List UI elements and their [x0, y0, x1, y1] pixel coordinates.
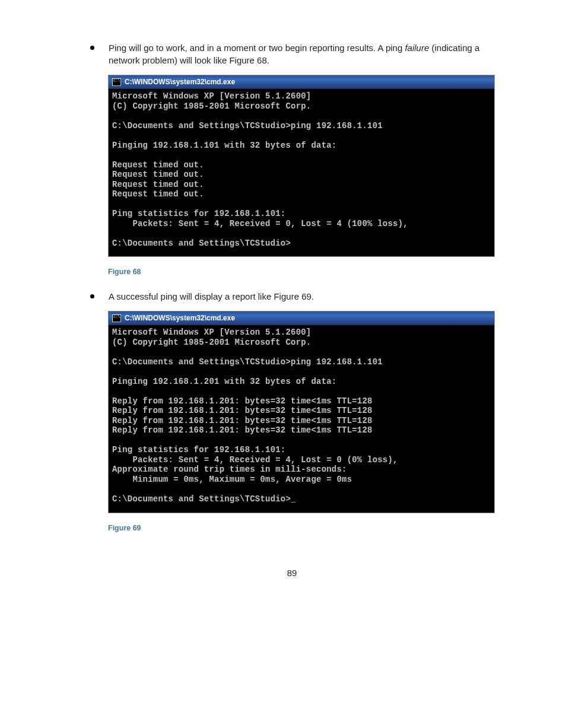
bullet1-italic: failure: [405, 43, 429, 53]
cmd-window-success: C:\WINDOWS\system32\cmd.exe Microsoft Wi…: [108, 311, 495, 513]
page-number: 89: [77, 568, 507, 578]
cmd-title-2: C:\WINDOWS\system32\cmd.exe: [125, 314, 235, 322]
bullet-item-1: Ping will go to work, and in a moment or…: [77, 42, 507, 66]
figure-caption-68: Figure 68: [108, 268, 507, 276]
cmd-body-2: Microsoft Windows XP [Version 5.1.2600] …: [109, 325, 494, 512]
figure-caption-69: Figure 69: [108, 524, 507, 532]
document-page: Ping will go to work, and in a moment or…: [0, 0, 566, 590]
bullet-dot-icon: [90, 46, 94, 50]
cmd-prompt-icon: [112, 78, 121, 86]
cmd-window-failure: C:\WINDOWS\system32\cmd.exe Microsoft Wi…: [108, 75, 495, 257]
cmd-body-1: Microsoft Windows XP [Version 5.1.2600] …: [109, 89, 494, 256]
cmd-prompt-icon: [112, 314, 121, 322]
bullet-text-1: Ping will go to work, and in a moment or…: [109, 42, 507, 66]
bullet1-pre: Ping will go to work, and in a moment or…: [109, 43, 405, 53]
cmd-titlebar-2: C:\WINDOWS\system32\cmd.exe: [109, 311, 494, 325]
bullet-item-2: A successful ping will display a report …: [77, 290, 507, 303]
cmd-title-1: C:\WINDOWS\system32\cmd.exe: [125, 78, 235, 86]
bullet-text-2: A successful ping will display a report …: [109, 290, 507, 303]
cmd-titlebar-1: C:\WINDOWS\system32\cmd.exe: [109, 75, 494, 89]
bullet-dot-icon: [90, 294, 94, 298]
